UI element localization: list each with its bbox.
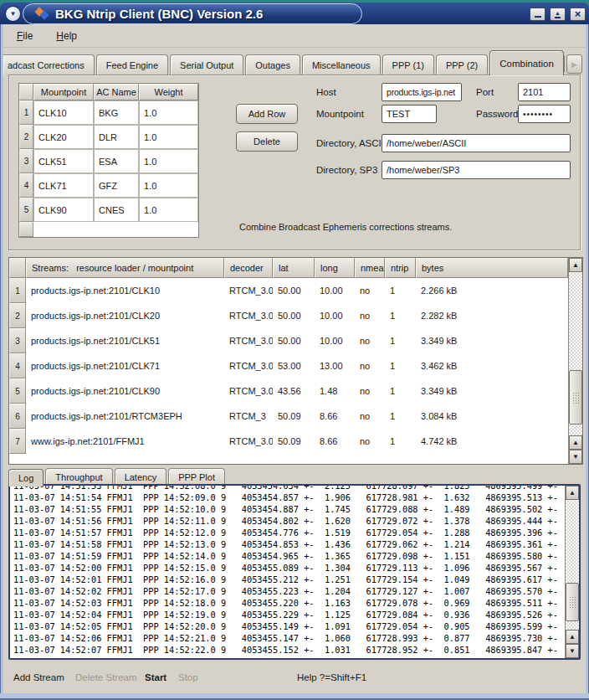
scroll-up-icon[interactable] xyxy=(566,486,579,500)
maximize-button[interactable] xyxy=(550,8,566,21)
menu-help[interactable]: Help xyxy=(53,28,80,44)
tab-ppp-1[interactable]: PPP (1) xyxy=(382,54,434,75)
row-number[interactable]: 4 xyxy=(19,173,33,198)
tab-scroll-right-icon[interactable] xyxy=(566,54,582,74)
log-tab-log[interactable]: Log xyxy=(8,469,44,486)
cell-ac-name[interactable]: DLR xyxy=(94,125,139,149)
column-header-streams[interactable]: Streams: resource loader / mountpoint xyxy=(26,258,224,278)
column-header-bytes[interactable]: bytes xyxy=(416,258,568,278)
stream-row[interactable]: 4products.igs-ip.net:2101/CLK71RTCM_3.05… xyxy=(9,353,568,378)
column-header-ntrip[interactable]: ntrip xyxy=(385,258,416,278)
row-number[interactable]: 4 xyxy=(9,353,26,378)
add-stream-button[interactable]: Add Stream xyxy=(13,672,64,682)
stream-row[interactable]: 3products.igs-ip.net:2101/CLK51RTCM_3.05… xyxy=(9,328,568,353)
column-header-weight[interactable]: Weight xyxy=(139,84,198,100)
menu-file[interactable]: File xyxy=(13,28,36,44)
row-number[interactable] xyxy=(19,222,33,237)
log-scrollbar-thumb[interactable] xyxy=(566,583,579,621)
start-button[interactable]: Start xyxy=(145,672,166,682)
scroll-up-icon[interactable] xyxy=(569,435,582,450)
combination-empty-row xyxy=(19,222,198,237)
tab-combination[interactable]: Combination xyxy=(489,50,564,75)
row-number[interactable]: 7 xyxy=(9,429,26,454)
tab-feed-engine[interactable]: Feed Engine xyxy=(96,54,168,75)
column-header-ac-name[interactable]: AC Name xyxy=(94,84,139,100)
port-input[interactable]: 2101 xyxy=(518,83,571,101)
scroll-up-icon[interactable] xyxy=(569,258,582,272)
cell-mountpoint[interactable]: CLK90 xyxy=(33,198,94,222)
row-number[interactable]: 1 xyxy=(19,100,33,125)
close-button[interactable] xyxy=(570,8,586,21)
cell-mountpoint[interactable]: CLK51 xyxy=(33,149,94,173)
stream-cell: no xyxy=(355,353,385,378)
row-number[interactable]: 5 xyxy=(19,198,33,222)
host-input[interactable]: products.igs-ip.net xyxy=(382,83,462,101)
column-header-long[interactable]: long xyxy=(315,258,355,278)
column-header-lat[interactable]: lat xyxy=(273,258,315,278)
delete-button[interactable]: Delete xyxy=(236,131,298,152)
tab-ppp-2[interactable]: PPP (2) xyxy=(436,54,488,75)
tab-outages[interactable]: Outages xyxy=(245,54,300,75)
column-header-nmea[interactable]: nmea xyxy=(355,258,385,278)
log-tab-latency[interactable]: Latency xyxy=(115,468,167,485)
stream-cell: products.igs-ip.net:2101/CLK90 xyxy=(26,378,224,404)
log-tab-ppp-plot[interactable]: PPP Plot xyxy=(168,468,225,485)
scroll-down-icon[interactable] xyxy=(566,644,579,658)
cell-weight[interactable]: 1.0 xyxy=(139,100,198,125)
row-number[interactable]: 2 xyxy=(9,303,26,328)
cell-weight[interactable]: 1.0 xyxy=(139,198,198,222)
row-number[interactable]: 5 xyxy=(9,378,26,404)
cell-ac-name[interactable]: BKG xyxy=(94,100,139,125)
row-number[interactable]: 1 xyxy=(9,278,26,303)
scroll-down-icon[interactable] xyxy=(569,450,582,464)
cell-mountpoint[interactable]: CLK10 xyxy=(33,100,94,125)
stream-row[interactable]: 2products.igs-ip.net:2101/CLK20RTCM_3.05… xyxy=(9,303,568,328)
tab-serial-output[interactable]: Serial Output xyxy=(170,54,243,75)
cell-mountpoint[interactable]: CLK71 xyxy=(33,173,94,198)
directory-sp3-input[interactable]: /home/weber/SP3 xyxy=(382,161,571,179)
stream-row[interactable]: 5products.igs-ip.net:2101/CLK90RTCM_3.04… xyxy=(9,378,568,404)
password-input[interactable]: •••••••• xyxy=(518,105,571,123)
tab-miscellaneous[interactable]: Miscellaneous xyxy=(302,54,381,75)
tab-adcast-corrections[interactable]: adcast Corrections xyxy=(3,54,95,75)
stream-row[interactable]: 6products.igs-ip.net:2101/RTCM3EPHRTCM_3… xyxy=(9,404,568,429)
column-header-decoder[interactable]: decoder xyxy=(224,258,273,278)
stop-button[interactable]: Stop xyxy=(178,672,198,682)
stream-cell: 50.00 xyxy=(273,278,315,303)
streams-scrollbar-thumb[interactable] xyxy=(569,370,582,425)
cell-ac-name[interactable]: ESA xyxy=(94,149,139,173)
row-number[interactable]: 3 xyxy=(9,328,26,353)
column-header-mountpoint[interactable]: Mountpoint xyxy=(33,84,94,100)
directory-ascii-input[interactable]: /home/weber/ASCII xyxy=(382,134,571,152)
stream-cell: 1 xyxy=(385,353,416,378)
log-tab-throughput[interactable]: Throughput xyxy=(45,468,112,485)
mountpoint-input[interactable]: TEST xyxy=(382,105,437,123)
stream-cell: RTCM_3.0 xyxy=(224,278,273,303)
row-number[interactable]: 2 xyxy=(19,125,33,149)
log-scrollbar[interactable] xyxy=(565,486,579,658)
cell-mountpoint[interactable]: CLK20 xyxy=(33,125,94,149)
corner-cell[interactable] xyxy=(9,258,26,278)
stream-cell: products.igs-ip.net:2101/CLK71 xyxy=(26,353,224,378)
row-number[interactable]: 3 xyxy=(19,149,33,173)
add-row-button[interactable]: Add Row xyxy=(236,104,298,124)
corner-cell[interactable] xyxy=(19,84,33,100)
minimize-button[interactable] xyxy=(530,8,545,21)
scroll-up-icon[interactable] xyxy=(566,630,579,644)
stream-row[interactable]: 7www.igs-ip.net:2101/FFMJ1RTCM_3.050.098… xyxy=(9,429,568,454)
stream-row[interactable]: 1products.igs-ip.net:2101/CLK10RTCM_3.05… xyxy=(9,278,568,303)
delete-stream-button[interactable]: Delete Stream xyxy=(75,672,137,682)
stream-cell: products.igs-ip.net:2101/RTCM3EPH xyxy=(26,404,224,429)
window-menu-button[interactable] xyxy=(5,6,21,22)
stream-cell: no xyxy=(355,429,385,454)
stream-cell: products.igs-ip.net:2101/CLK20 xyxy=(26,303,224,328)
streams-scrollbar[interactable] xyxy=(568,258,582,464)
cell-ac-name[interactable]: CNES xyxy=(94,198,139,222)
log-view: 11-03-07 14:51:53 FFMJ1 PPP 14:52:08.0 9… xyxy=(8,484,581,660)
row-number[interactable]: 6 xyxy=(9,404,26,429)
cell-weight[interactable]: 1.0 xyxy=(139,149,198,173)
cell-ac-name[interactable]: GFZ xyxy=(94,173,139,198)
cell-weight[interactable]: 1.0 xyxy=(139,125,198,149)
cell-weight[interactable]: 1.0 xyxy=(139,173,198,198)
title-capsule: BKG Ntrip Client (BNC) Version 2.6 xyxy=(23,3,362,24)
